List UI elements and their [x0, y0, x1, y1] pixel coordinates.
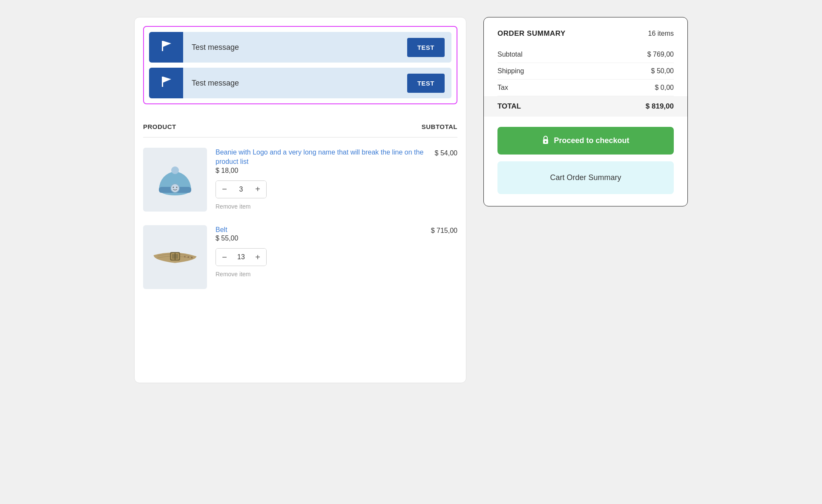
cart-item-1: Beanie with Logo and a very long name th… — [143, 148, 457, 212]
svg-point-13 — [184, 256, 186, 258]
right-panel: ORDER SUMMARY 16 items Subtotal $ 769,00… — [483, 17, 688, 206]
flag-icon-2 — [159, 75, 173, 92]
cart-header: PRODUCT SUBTOTAL — [143, 118, 457, 137]
quantity-stepper-beanie: − 3 + — [216, 180, 267, 198]
test-button-1[interactable]: TEST — [407, 38, 445, 57]
svg-point-15 — [191, 257, 193, 258]
checkout-label: Proceed to checkout — [554, 136, 629, 145]
product-price-beanie: $ 18,00 — [216, 167, 426, 175]
product-name-belt[interactable]: Belt — [216, 226, 227, 233]
qty-decrease-beanie[interactable]: − — [216, 181, 233, 198]
notifications-container: Test message TEST Test message TEST — [143, 26, 457, 104]
shipping-label: Shipping — [497, 67, 524, 75]
subtotal-value: $ 769,00 — [647, 51, 674, 58]
svg-point-9 — [176, 187, 178, 188]
notification-banner-2: Test message TEST — [149, 68, 451, 98]
product-details-belt: Belt $ 55,00 − 13 + Remove item — [216, 225, 422, 278]
flag-icon-1 — [159, 39, 173, 56]
total-label: TOTAL — [497, 102, 521, 111]
checkout-button[interactable]: Proceed to checkout — [497, 127, 674, 155]
summary-row-shipping: Shipping $ 50,00 — [497, 63, 674, 80]
lock-icon — [542, 135, 549, 146]
summary-total-row: TOTAL $ 819,00 — [484, 96, 687, 117]
notification-text-2: Test message — [183, 79, 407, 88]
product-image-belt — [143, 225, 207, 289]
remove-item-belt[interactable]: Remove item — [216, 271, 250, 278]
notification-banner-1: Test message TEST — [149, 32, 451, 63]
remove-item-beanie[interactable]: Remove item — [216, 203, 250, 210]
qty-value-beanie: 3 — [233, 186, 249, 193]
cart-header-product: PRODUCT — [143, 123, 176, 130]
product-price-belt: $ 55,00 — [216, 235, 422, 242]
left-panel: Test message TEST Test message TEST PROD… — [134, 17, 466, 383]
notification-icon-box-2 — [149, 68, 183, 98]
qty-increase-belt[interactable]: + — [249, 249, 266, 266]
svg-point-14 — [187, 256, 189, 258]
cart-item-2: Belt $ 55,00 − 13 + Remove item $ 715,00 — [143, 225, 457, 289]
subtotal-label: Subtotal — [497, 51, 523, 58]
tax-label: Tax — [497, 84, 508, 92]
item-subtotal-belt: $ 715,00 — [431, 225, 457, 235]
test-button-2[interactable]: TEST — [407, 74, 445, 93]
svg-marker-3 — [163, 77, 171, 83]
svg-rect-0 — [162, 41, 163, 51]
qty-decrease-belt[interactable]: − — [216, 249, 233, 266]
summary-row-subtotal: Subtotal $ 769,00 — [497, 46, 674, 63]
notification-text-1: Test message — [183, 43, 407, 52]
shipping-value: $ 50,00 — [651, 67, 674, 75]
order-summary-count: 16 items — [648, 30, 674, 37]
item-subtotal-beanie: $ 54,00 — [435, 148, 457, 157]
product-name-beanie[interactable]: Beanie with Logo and a very long name th… — [216, 149, 423, 165]
notification-icon-box-1 — [149, 32, 183, 63]
svg-marker-1 — [163, 41, 171, 47]
cart-order-summary-label: Cart Order Summary — [550, 173, 621, 182]
svg-point-7 — [171, 184, 179, 192]
svg-rect-2 — [162, 77, 163, 87]
order-summary-header: ORDER SUMMARY 16 items — [497, 29, 674, 38]
total-value: $ 819,00 — [646, 102, 674, 111]
product-details-beanie: Beanie with Logo and a very long name th… — [216, 148, 426, 210]
product-image-beanie — [143, 148, 207, 212]
qty-increase-beanie[interactable]: + — [249, 181, 266, 198]
cart-order-summary-box: Cart Order Summary — [497, 161, 674, 194]
tax-value: $ 0,00 — [655, 84, 674, 92]
svg-point-8 — [173, 187, 174, 188]
svg-point-17 — [545, 141, 546, 143]
summary-row-tax: Tax $ 0,00 — [497, 80, 674, 96]
qty-value-belt: 13 — [233, 253, 249, 261]
cart-header-subtotal: SUBTOTAL — [422, 123, 457, 130]
order-summary-title: ORDER SUMMARY — [497, 29, 566, 38]
svg-point-6 — [171, 166, 179, 174]
quantity-stepper-belt: − 13 + — [216, 248, 267, 266]
